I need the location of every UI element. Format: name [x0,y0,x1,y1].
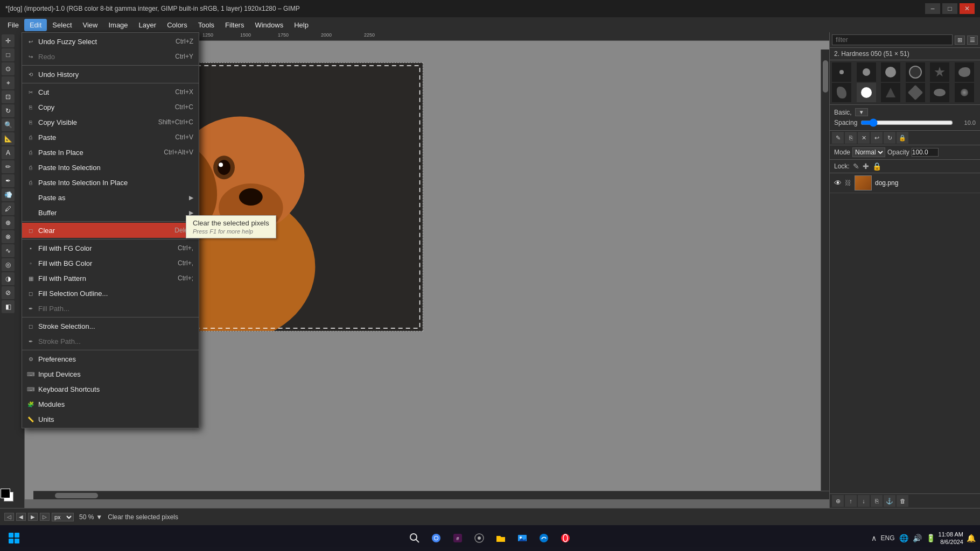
brush-item-5[interactable] [930,62,949,82]
menu-paste-into-selection[interactable]: ⎙ Paste Into Selection [22,160,199,175]
zoom-dropdown-icon[interactable]: ▼ [96,513,102,521]
maximize-button[interactable]: □ [942,3,957,14]
layer-tool-btn-3[interactable]: ✕ [858,132,870,144]
tool-ink[interactable]: 🖊 [2,202,15,215]
layer-row-dog[interactable]: 👁 ⛓ dog.png [830,173,980,193]
layer-anchor-button[interactable]: ⚓ [884,495,895,507]
horizontal-scrollbar[interactable] [33,491,829,499]
menu-view[interactable]: View [78,19,103,31]
lock-all-button[interactable]: 🔒 [872,162,881,171]
tool-pencil[interactable]: ✒ [2,174,15,187]
start-button[interactable] [4,528,24,548]
clock[interactable]: 11:08 AM 8/6/2024 [939,531,963,546]
layer-tool-btn-4[interactable]: ↩ [871,132,883,144]
brush-item-1[interactable] [832,62,851,82]
brush-item-3[interactable] [881,62,900,82]
menu-copy[interactable]: ⎘ Copy Ctrl+C [22,100,199,115]
taskbar-chrome-button[interactable] [426,528,446,548]
unit-dropdown[interactable]: px mm in [52,513,74,521]
menu-colors[interactable]: Colors [162,19,193,31]
wifi-icon[interactable]: 🌐 [899,534,908,542]
tool-blur[interactable]: ◎ [2,258,15,271]
taskbar-folder-button[interactable] [491,528,510,548]
volume-icon[interactable]: 🔊 [913,534,922,542]
brush-preset-dropdown[interactable]: ▼ [855,108,868,116]
taskbar-app4-button[interactable] [470,528,489,548]
layer-tool-btn-1[interactable]: ✎ [832,132,844,144]
menu-fill-pattern[interactable]: ▦ Fill with Pattern Ctrl+; [22,271,199,286]
layer-delete-button[interactable]: 🗑 [897,495,908,507]
tool-clone[interactable]: ⊕ [2,216,15,229]
menu-select[interactable]: Select [47,19,77,31]
brush-item-11[interactable] [930,83,949,102]
brush-item-10[interactable] [906,83,925,102]
spacing-slider[interactable] [860,118,953,127]
brush-filter-input[interactable] [832,34,953,45]
brush-item-4[interactable] [906,62,925,82]
menu-paste-in-place[interactable]: ⎙ Paste In Place Ctrl+Alt+V [22,145,199,160]
vertical-scrollbar[interactable] [821,50,829,491]
menu-fill-fg[interactable]: ▪ Fill with FG Color Ctrl+, [22,241,199,256]
tool-lasso[interactable]: ⊙ [2,62,15,75]
tool-fuzzy[interactable]: ⌖ [2,76,15,89]
menu-windows[interactable]: Windows [249,19,289,31]
brush-item-7[interactable] [832,83,851,102]
opacity-input[interactable] [912,148,939,157]
tool-bucket[interactable]: ⊘ [2,286,15,299]
layer-tool-btn-5[interactable]: ↻ [884,132,895,144]
lock-position-button[interactable]: ✚ [863,162,869,171]
menu-fill-bg[interactable]: ▫ Fill with BG Color Ctrl+, [22,256,199,271]
menu-paste-as[interactable]: Paste as [22,190,199,205]
mode-dropdown[interactable]: Normal [852,147,885,157]
foreground-color-swatch[interactable] [1,489,10,498]
menu-undo-history[interactable]: ⟲ Undo History [22,67,199,82]
nav-prev-button[interactable]: ◀ [16,513,26,521]
menu-keyboard-shortcuts[interactable]: ⌨ Keyboard Shortcuts [22,382,199,397]
battery-icon[interactable]: 🔋 [926,534,935,542]
nav-forward-button[interactable]: ▷ [40,513,50,521]
menu-edit[interactable]: Edit [24,19,47,31]
layer-lower-button[interactable]: ↓ [858,495,870,507]
brush-item-8[interactable] [857,83,876,102]
tool-smudge[interactable]: ∿ [2,244,15,257]
menu-modules[interactable]: 🧩 Modules [22,397,199,412]
taskbar-browser2-button[interactable] [534,528,554,548]
menu-filters[interactable]: Filters [220,19,249,31]
menu-paste[interactable]: ⎙ Paste Ctrl+V [22,130,199,145]
nav-next-button[interactable]: ▶ [28,513,38,521]
menu-file[interactable]: File [2,19,24,31]
tool-dodge[interactable]: ◑ [2,272,15,285]
menu-layer[interactable]: Layer [134,19,162,31]
minimize-button[interactable]: – [925,3,940,14]
tool-move[interactable]: ✛ [2,34,15,47]
menu-clear[interactable]: ◻ Clear Delete [22,223,199,238]
menu-fill-selection-outline[interactable]: ◻ Fill Selection Outline... [22,286,199,301]
brush-grid-view-button[interactable]: ⊞ [955,36,965,45]
menu-copy-visible[interactable]: ⎘ Copy Visible Shift+Ctrl+C [22,115,199,130]
layer-tool-btn-2[interactable]: ⎘ [845,132,857,144]
menu-cut[interactable]: ✂ Cut Ctrl+X [22,84,199,100]
brush-item-12[interactable] [955,83,974,102]
layer-tool-btn-6[interactable]: 🔒 [897,132,908,144]
brush-list-view-button[interactable]: ☰ [967,36,978,45]
taskbar-search-button[interactable] [405,528,424,548]
expand-tray-icon[interactable]: ∧ [871,534,877,542]
tool-heal[interactable]: ⊗ [2,230,15,243]
vertical-scrollbar-thumb[interactable] [823,60,828,93]
tool-paint[interactable]: ✏ [2,160,15,173]
tool-text[interactable]: A [2,146,15,159]
brush-item-9[interactable] [881,83,900,102]
menu-paste-into-selection-in-place[interactable]: ⎙ Paste Into Selection In Place [22,175,199,190]
layer-new-button[interactable]: ⊕ [832,495,844,507]
tool-rect[interactable]: □ [2,48,15,61]
lock-pixels-button[interactable]: ✎ [853,162,859,171]
menu-help[interactable]: Help [289,19,314,31]
notification-icon[interactable]: 🔔 [967,534,976,542]
taskbar-opera-button[interactable] [556,528,575,548]
brush-item-2[interactable] [857,62,876,82]
layer-duplicate-button[interactable]: ⎘ [871,495,883,507]
taskbar-photos-button[interactable] [513,528,532,548]
tool-measure[interactable]: 📐 [2,132,15,145]
nav-back-button[interactable]: ◁ [4,513,14,521]
menu-image[interactable]: Image [103,19,133,31]
